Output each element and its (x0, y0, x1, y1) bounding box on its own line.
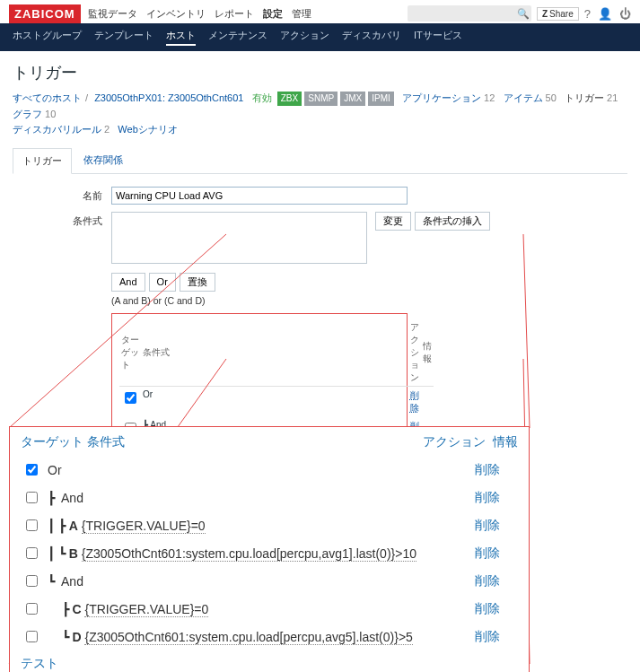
chip-zbx: ZBX (277, 92, 302, 106)
tab-deps[interactable]: 依存関係 (75, 148, 132, 172)
zoom-row-checkbox[interactable] (26, 547, 38, 559)
zoom-delete-link[interactable]: 削除 (475, 462, 500, 476)
th-info: 情報 (421, 319, 434, 387)
breadcrumb: すべてのホスト/ Z3005OthPX01: Z3005OthCnt601 有効… (13, 91, 627, 138)
name-input[interactable] (111, 187, 408, 205)
crumb-items[interactable]: アイテム 50 (504, 92, 557, 103)
zoom-delete-link[interactable]: 削除 (475, 490, 500, 504)
zoom-expr-row: ┃ ┣ A {TRIGGER.VALUE}=0削除 (21, 511, 518, 539)
crumb-host[interactable]: Z3005OthPX01: Z3005OthCnt601 (94, 92, 243, 103)
change-button[interactable]: 変更 (375, 212, 411, 231)
zoom-row-checkbox[interactable] (26, 464, 38, 476)
zoom-delete-link[interactable]: 削除 (475, 573, 500, 588)
form-tabs: トリガー 依存関係 (13, 147, 627, 174)
nav-inventory[interactable]: インベントリ (146, 7, 206, 21)
top-nav: 監視データ インベントリ レポート 設定 管理 (88, 7, 311, 21)
zoom-delete-link[interactable]: 削除 (475, 518, 500, 532)
share-button[interactable]: Z Share (537, 7, 579, 21)
zoom-expr-row: Or削除 (21, 456, 518, 484)
subnav-itservices[interactable]: ITサービス (414, 29, 462, 46)
subnav-maintenance[interactable]: メンテナンス (208, 29, 267, 46)
nav-config[interactable]: 設定 (263, 7, 283, 21)
nav-reports[interactable]: レポート (215, 7, 254, 21)
subnav-discovery[interactable]: ディスカバリ (342, 29, 401, 46)
search-input[interactable] (408, 5, 515, 22)
zoom-delete-link[interactable]: 削除 (475, 545, 500, 560)
zoom-delete-link[interactable]: 削除 (475, 601, 500, 615)
crumb-discovery[interactable]: ディスカバリルール 2 (13, 124, 110, 135)
or-button[interactable]: Or (149, 273, 176, 292)
subnav-hosts[interactable]: ホスト (166, 29, 196, 46)
sub-nav: ホストグループ テンプレート ホスト メンテナンス アクション ディスカバリ I… (0, 23, 640, 51)
and-button[interactable]: And (111, 273, 145, 292)
th-expr: 条件式 (141, 319, 408, 387)
zoom-row-checkbox[interactable] (26, 631, 38, 642)
label-expr: 条件式 (13, 212, 111, 228)
zoom-expr-row: ┗ And削除 (21, 567, 518, 595)
nav-admin[interactable]: 管理 (292, 7, 311, 21)
zoom-th-expr: 条件式 (87, 434, 125, 450)
zoom-test-link[interactable]: テスト (21, 656, 58, 672)
zoom-expr-row: ┣ And削除 (21, 484, 518, 511)
zoom-row-checkbox[interactable] (26, 575, 38, 587)
expr-textarea[interactable] (111, 212, 367, 264)
zoom-row-checkbox[interactable] (26, 492, 38, 503)
zoom-th-target: ターゲット (21, 434, 83, 450)
chip-snmp: SNMP (304, 92, 338, 106)
chip-ipmi: IPMI (368, 92, 394, 106)
zoom-th-info: 情報 (493, 434, 518, 450)
subnav-actions[interactable]: アクション (280, 29, 329, 46)
expr-row: Or削除 (119, 386, 434, 417)
th-action: アクション (408, 319, 421, 387)
crumb-all-hosts[interactable]: すべてのホスト (13, 92, 82, 103)
search-icon[interactable]: 🔍 (515, 8, 531, 20)
brand-logo: ZABICOM (9, 4, 81, 23)
tab-trigger[interactable]: トリガー (13, 148, 72, 174)
logout-icon[interactable]: ⏻ (619, 7, 631, 21)
page-title: トリガー (13, 62, 627, 83)
zoom-delete-link[interactable]: 削除 (475, 629, 500, 643)
status-enabled: 有効 (252, 92, 272, 103)
label-name: 名前 (13, 187, 111, 203)
replace-button[interactable]: 置換 (180, 273, 215, 292)
user-icon[interactable]: 👤 (598, 7, 612, 21)
zoom-expr-row: ┗ D {Z3005OthCnt601:system.cpu.load[perc… (21, 623, 518, 650)
zoom-row-checkbox[interactable] (26, 519, 38, 531)
crumb-graphs[interactable]: グラフ 10 (13, 109, 56, 119)
chip-jmx: JMX (340, 92, 365, 106)
expr-row-checkbox[interactable] (125, 392, 136, 404)
zoom-expr-row: ┃ ┗ B {Z3005OthCnt601:system.cpu.load[pe… (21, 539, 518, 567)
crumb-triggers: トリガー 21 (565, 92, 618, 103)
crumb-apps[interactable]: アプリケーション 12 (402, 92, 495, 103)
subnav-hostgroups[interactable]: ホストグループ (13, 29, 82, 46)
search-box[interactable]: 🔍 (408, 5, 531, 22)
delete-link[interactable]: 削除 (410, 390, 419, 413)
expr-hint: (A and B) or (C and D) (111, 295, 627, 306)
th-target: ターゲット (119, 319, 141, 387)
zoom-expr-row: ┣ C {TRIGGER.VALUE}=0削除 (21, 595, 518, 623)
zoom-panel: ターゲット 条件式 アクション 情報 Or削除┣ And削除┃ ┣ A {TRI… (9, 426, 530, 672)
help-icon[interactable]: ? (584, 7, 591, 21)
nav-monitoring[interactable]: 監視データ (88, 7, 137, 21)
crumb-web[interactable]: Webシナリオ (118, 124, 177, 135)
zoom-row-checkbox[interactable] (26, 603, 38, 615)
zoom-th-action: アクション (423, 434, 486, 450)
insert-expr-button[interactable]: 条件式の挿入 (415, 212, 490, 231)
subnav-templates[interactable]: テンプレート (94, 29, 153, 46)
